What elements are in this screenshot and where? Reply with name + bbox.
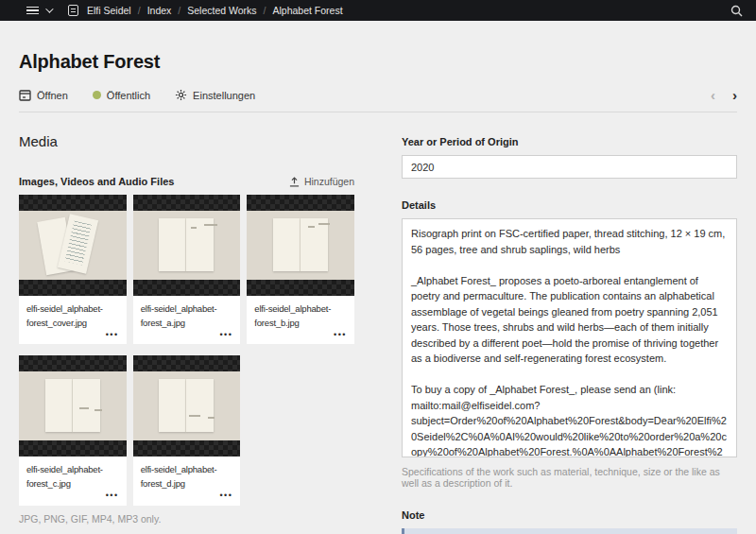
breadcrumb-separator: /: [264, 5, 266, 16]
gear-icon: [175, 89, 187, 101]
file-caption: elfi-seidel_alphabet-forest_d.jpg •••: [133, 456, 241, 505]
file-name: elfi-seidel_alphabet-forest_c.jpg: [26, 464, 103, 489]
status-public-icon: [93, 91, 101, 99]
status-label: Öffentlich: [107, 90, 150, 101]
file-name: elfi-seidel_alphabet-forest_d.jpg: [141, 464, 217, 489]
hamburger-icon: [26, 7, 39, 15]
file-caption: elfi-seidel_alphabet-forest_a.jpg •••: [133, 296, 241, 344]
year-input[interactable]: [402, 155, 737, 179]
panel-app: Elfi Seidel / Index / Selected Works / A…: [0, 0, 756, 534]
breadcrumb-separator: /: [138, 5, 141, 16]
file-grid: elfi-seidel_alphabet-forest_cover.jpg ••…: [19, 195, 354, 506]
file-caption: elfi-seidel_alphabet-forest_cover.jpg ••…: [19, 296, 127, 344]
year-field-label: Year or Period of Origin: [402, 136, 737, 147]
note-field: Note Use Markdown and KirbyText to empha…: [402, 509, 737, 534]
file-name: elfi-seidel_alphabet-forest_cover.jpg: [26, 303, 103, 328]
file-options-button[interactable]: •••: [106, 490, 119, 503]
file-thumbnail: [133, 195, 241, 296]
prev-page-button[interactable]: ‹: [711, 88, 715, 102]
file-thumbnail: [19, 195, 127, 296]
media-column: Media Images, Videos and Audio Files Hin…: [19, 133, 354, 534]
search-button[interactable]: [730, 5, 743, 17]
open-button-label: Öffnen: [37, 90, 68, 101]
breadcrumb-separator: /: [178, 5, 180, 16]
topbar: Elfi Seidel / Index / Selected Works / A…: [0, 0, 756, 21]
form-column: Year or Period of Origin Details Specifi…: [402, 136, 737, 534]
file-card[interactable]: elfi-seidel_alphabet-forest_cover.jpg ••…: [19, 195, 127, 344]
year-field: Year or Period of Origin: [402, 136, 737, 179]
file-card[interactable]: elfi-seidel_alphabet-forest_b.jpg •••: [247, 195, 354, 344]
page-icon: [68, 5, 78, 16]
media-section-title: Media: [19, 133, 354, 149]
details-field: Details Specifications of the work such …: [402, 199, 737, 489]
page-navigation: ‹ ›: [711, 88, 737, 102]
page-title: Alphabet Forest: [19, 51, 737, 73]
details-help-text: Specifications of the work such as mater…: [402, 466, 737, 489]
file-caption: elfi-seidel_alphabet-forest_b.jpg •••: [247, 296, 354, 344]
file-options-button[interactable]: •••: [219, 490, 232, 503]
breadcrumb-selected-works[interactable]: Selected Works: [187, 5, 256, 16]
note-info-box: Use Markdown and KirbyText to emphasize …: [402, 528, 737, 534]
breadcrumb-site[interactable]: Elfi Seidel: [87, 5, 131, 16]
status-button[interactable]: Öffentlich: [93, 90, 150, 101]
file-card[interactable]: elfi-seidel_alphabet-forest_c.jpg •••: [19, 355, 127, 505]
file-name: elfi-seidel_alphabet-forest_b.jpg: [254, 303, 331, 328]
breadcrumb: Elfi Seidel / Index / Selected Works / A…: [68, 5, 343, 16]
breadcrumb-current-page[interactable]: Alphabet Forest: [273, 5, 343, 16]
details-textarea[interactable]: [402, 218, 737, 457]
next-page-button[interactable]: ›: [732, 88, 737, 102]
settings-button[interactable]: Einstellungen: [175, 89, 255, 101]
file-options-button[interactable]: •••: [219, 329, 232, 342]
open-button[interactable]: Öffnen: [19, 90, 68, 101]
file-thumbnail: [247, 195, 354, 296]
file-thumbnail: [19, 355, 127, 456]
file-caption: elfi-seidel_alphabet-forest_c.jpg •••: [19, 456, 127, 505]
file-options-button[interactable]: •••: [334, 329, 347, 342]
chevron-down-icon: [45, 5, 53, 12]
page-header: Alphabet Forest Öffnen Öffentlich Einste…: [0, 21, 756, 112]
file-card[interactable]: elfi-seidel_alphabet-forest_d.jpg •••: [133, 355, 241, 505]
open-icon: [19, 90, 31, 101]
file-card[interactable]: elfi-seidel_alphabet-forest_a.jpg •••: [133, 195, 241, 344]
file-name: elfi-seidel_alphabet-forest_a.jpg: [141, 303, 217, 328]
details-field-label: Details: [402, 199, 737, 211]
upload-icon: [289, 177, 300, 187]
settings-button-label: Einstellungen: [193, 90, 255, 101]
main-content: Media Images, Videos and Audio Files Hin…: [0, 112, 756, 534]
files-help-text: JPG, PNG, GIF, MP4, MP3 only.: [19, 513, 354, 525]
header-toolbar: Öffnen Öffentlich Einstellungen ‹ ›: [19, 88, 737, 112]
files-add-label: Hinzufügen: [304, 176, 354, 187]
breadcrumb-index[interactable]: Index: [147, 5, 172, 16]
menu-button[interactable]: [26, 7, 51, 15]
search-icon: [730, 5, 743, 17]
file-thumbnail: [133, 355, 241, 456]
files-section-label: Images, Videos and Audio Files: [19, 176, 174, 187]
file-options-button[interactable]: •••: [106, 329, 119, 342]
note-field-label: Note: [402, 509, 737, 521]
files-add-button[interactable]: Hinzufügen: [289, 176, 354, 187]
